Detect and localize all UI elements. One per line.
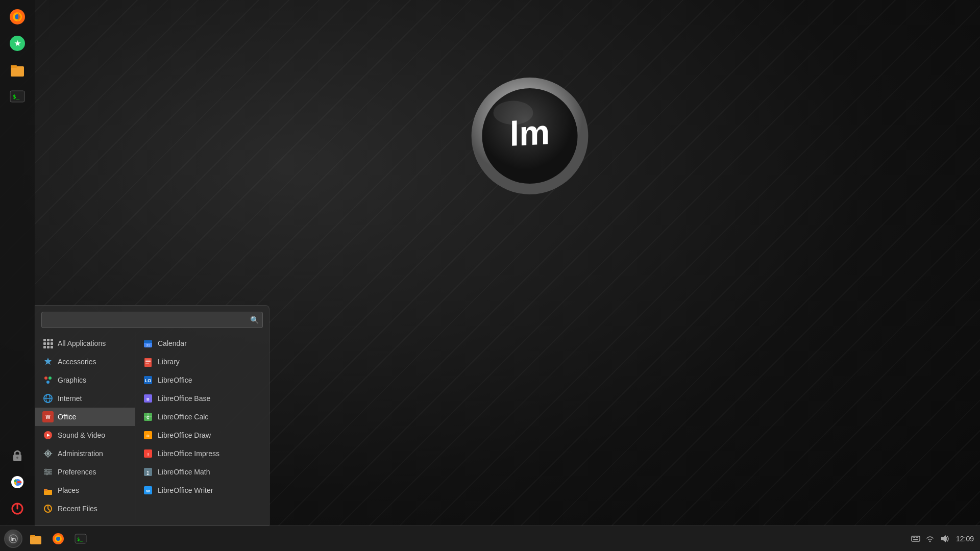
taskbar-firefox[interactable] [48,529,68,549]
svg-text:$_: $_ [77,537,83,542]
graphics-label: Graphics [58,376,86,384]
menu-item-libreoffice-calc[interactable]: C LibreOffice Calc [135,408,269,426]
mint-logo: lm [463,66,596,199]
menu-item-libreoffice-impress[interactable]: I LibreOffice Impress [135,444,269,463]
menu-item-calendar[interactable]: 31 Calendar [135,334,269,353]
dock-item-terminal[interactable]: $_ [6,85,29,108]
taskbar-mint-menu[interactable]: lm [3,529,23,549]
libreoffice-icon: LO [142,374,154,386]
taskbar-right: 12:09 [904,534,980,544]
taskbar: lm [0,525,980,551]
preferences-label: Preferences [58,468,96,476]
svg-text:★: ★ [14,39,21,47]
libreoffice-base-label: LibreOffice Base [158,394,210,403]
svg-point-78 [929,540,931,542]
menu-item-internet[interactable]: Internet [35,389,135,408]
libreoffice-impress-icon: I [142,448,154,459]
svg-text:∑: ∑ [146,470,150,475]
accessories-label: Accessories [58,358,96,366]
svg-text:LO: LO [145,378,152,383]
administration-icon [42,448,54,459]
svg-rect-45 [145,361,151,362]
menu-item-administration[interactable]: Administration [35,444,135,463]
grid-icon [42,338,54,349]
accessories-icon [42,356,54,367]
menu-left-panel: All Applications Accessories [35,332,135,520]
recent-files-label: Recent Files [58,505,97,513]
menu-item-libreoffice-draw[interactable]: D LibreOffice Draw [135,426,269,444]
all-applications-label: All Applications [58,339,106,347]
svg-text:B: B [146,397,150,402]
menu-item-accessories[interactable]: Accessories [35,353,135,371]
taskbar-files[interactable] [26,529,46,549]
dock-item-lock[interactable] [6,444,29,467]
svg-rect-46 [145,363,149,364]
dock-item-files[interactable] [6,58,29,82]
svg-text:I: I [148,452,149,457]
svg-point-18 [44,377,47,380]
taskbar-terminal[interactable]: $_ [70,529,91,549]
menu-item-sound-video[interactable]: Sound & Video [35,426,135,444]
taskbar-keyboard-icon[interactable] [911,534,921,544]
taskbar-volume-icon[interactable] [939,534,949,544]
internet-icon [42,393,54,404]
menu-item-libreoffice[interactable]: LO LibreOffice [135,371,269,389]
svg-rect-65 [30,536,41,544]
preferences-icon [42,466,54,478]
svg-point-14 [16,457,18,459]
calendar-icon: 31 [142,338,154,349]
svg-rect-43 [144,358,152,367]
svg-marker-79 [941,535,946,542]
desktop: lm ★ [0,0,980,551]
svg-point-33 [46,473,48,475]
office-icon: W [42,411,54,422]
calendar-label: Calendar [158,339,187,347]
svg-point-26 [46,452,50,455]
menu-item-graphics[interactable]: Graphics [35,371,135,389]
menu-item-places[interactable]: Places [35,481,135,499]
svg-point-19 [48,377,52,380]
library-label: Library [158,358,180,366]
menu-item-library[interactable]: Library [135,353,269,371]
search-bar: 🔍 [35,306,269,332]
taskbar-network-icon[interactable] [925,534,935,544]
menu-item-all-applications[interactable]: All Applications [35,334,135,353]
taskbar-clock: 12:09 [953,535,974,543]
dock-item-software-manager[interactable]: ★ [6,32,29,55]
svg-point-31 [45,469,47,471]
office-label: Office [58,413,76,421]
svg-line-38 [48,509,50,510]
menu-right-panel: 31 Calendar Library [135,332,269,520]
libreoffice-label: LibreOffice [158,376,192,384]
svg-text:W: W [146,489,150,493]
menu-item-recent-files[interactable]: Recent Files [35,499,135,518]
sound-video-label: Sound & Video [58,431,105,439]
svg-rect-73 [913,537,914,538]
svg-rect-66 [30,535,35,537]
svg-point-32 [48,471,50,473]
svg-text:lm: lm [11,537,16,542]
menu-item-libreoffice-writer[interactable]: W LibreOffice Writer [135,481,269,499]
menu-item-preferences[interactable]: Preferences [35,463,135,481]
places-label: Places [58,486,79,494]
svg-point-3 [494,101,533,125]
libreoffice-calc-label: LibreOffice Calc [158,413,208,421]
svg-point-20 [46,381,50,384]
graphics-icon [42,374,54,386]
libreoffice-draw-icon: D [142,430,154,441]
svg-rect-35 [44,489,47,491]
recent-files-icon [42,503,54,514]
search-input[interactable] [41,312,263,328]
svg-text:31: 31 [146,343,150,347]
sidebar-dock: ★ $_ [0,0,35,525]
svg-rect-41 [144,342,152,343]
menu-item-office[interactable]: W Office [35,408,135,426]
dock-item-google[interactable] [6,470,29,494]
menu-item-libreoffice-base[interactable]: B LibreOffice Base [135,389,269,408]
menu-item-libreoffice-math[interactable]: ∑ LibreOffice Math [135,463,269,481]
dock-item-firefox[interactable] [6,5,29,29]
app-menu: 🔍 All Applications [35,305,270,525]
dock-item-power[interactable] [6,497,29,520]
svg-rect-77 [913,539,918,540]
svg-rect-44 [145,360,151,361]
